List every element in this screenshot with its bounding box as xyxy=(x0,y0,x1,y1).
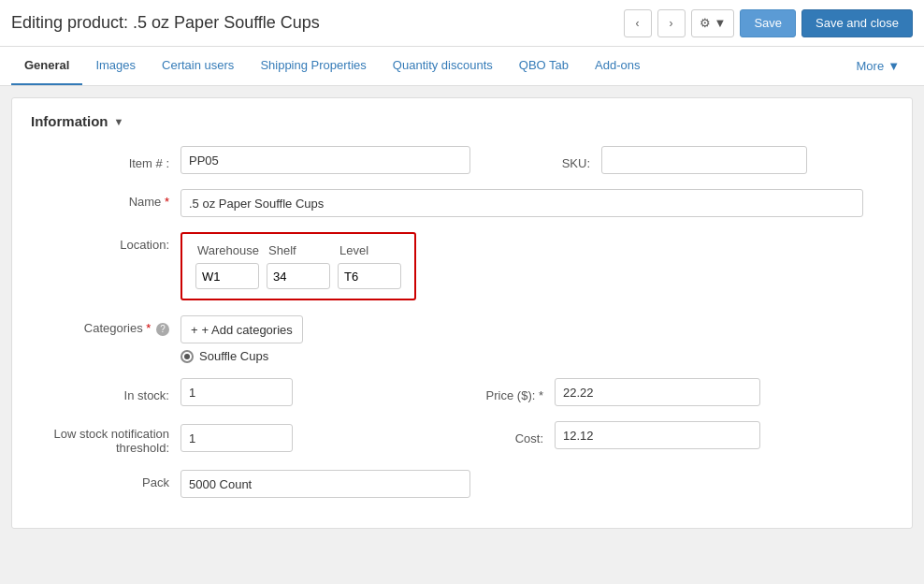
section-header: Information ▼ xyxy=(31,113,893,129)
categories-help-icon[interactable]: ? xyxy=(156,323,169,336)
categories-content: + + Add categories Souffle Cups xyxy=(180,315,303,363)
gear-menu-button[interactable]: ⚙ ▼ xyxy=(691,9,735,37)
in-stock-input[interactable] xyxy=(180,378,293,406)
in-stock-label: In stock: xyxy=(31,383,180,402)
tab-add-ons[interactable]: Add-ons xyxy=(582,47,653,85)
tab-shipping-properties[interactable]: Shipping Properties xyxy=(247,47,379,85)
categories-row: Categories * ? + + Add categories Souffl… xyxy=(31,315,893,363)
level-input[interactable] xyxy=(338,263,401,289)
gear-icon: ⚙ xyxy=(700,16,711,30)
next-button[interactable]: › xyxy=(657,9,686,37)
more-caret-icon: ▼ xyxy=(888,59,900,73)
save-close-button[interactable]: Save and close xyxy=(801,9,913,37)
header: Editing product: .5 oz Paper Souffle Cup… xyxy=(0,0,924,47)
cost-label: Cost: xyxy=(461,426,555,445)
more-dropdown[interactable]: More ▼ xyxy=(844,47,914,85)
price-label: Price ($): * xyxy=(461,383,555,402)
name-label: Name * xyxy=(31,189,180,209)
price-input[interactable] xyxy=(555,378,760,406)
pack-row: Pack xyxy=(31,470,893,498)
page-title: Editing product: .5 oz Paper Souffle Cup… xyxy=(11,13,320,33)
section-toggle-icon[interactable]: ▼ xyxy=(114,116,124,127)
category-radio[interactable] xyxy=(180,350,194,363)
level-header: Level xyxy=(338,243,401,257)
gear-caret-icon: ▼ xyxy=(715,16,727,30)
location-row: Location: Warehouse Shelf Level xyxy=(31,232,893,300)
more-label: More xyxy=(857,59,885,73)
location-box: Warehouse Shelf Level xyxy=(180,232,416,300)
shelf-header: Shelf xyxy=(267,243,330,257)
name-row: Name * xyxy=(31,189,893,217)
main-content: Information ▼ Item # : SKU: Name * Locat… xyxy=(11,97,913,529)
radio-inner xyxy=(184,354,190,359)
add-categories-button[interactable]: + + Add categories xyxy=(180,315,303,343)
sku-input[interactable] xyxy=(601,146,807,174)
tabs-bar: General Images Certain users Shipping Pr… xyxy=(0,47,924,86)
stock-price-row: In stock: Price ($): * xyxy=(31,378,893,406)
category-item: Souffle Cups xyxy=(180,349,303,363)
cost-input[interactable] xyxy=(555,421,760,449)
name-input[interactable] xyxy=(180,189,863,217)
location-label: Location: xyxy=(31,232,180,252)
pack-input[interactable] xyxy=(180,470,470,498)
low-stock-input[interactable] xyxy=(180,424,293,452)
low-stock-label: Low stock notification threshold: xyxy=(31,421,180,455)
prev-button[interactable]: ‹ xyxy=(624,9,652,37)
location-headers: Warehouse Shelf Level xyxy=(195,243,401,257)
category-name: Souffle Cups xyxy=(199,349,268,363)
sku-label: SKU: xyxy=(545,151,601,170)
categories-label: Categories * ? xyxy=(31,315,180,336)
tab-certain-users[interactable]: Certain users xyxy=(149,47,247,85)
tab-qbo-tab[interactable]: QBO Tab xyxy=(506,47,582,85)
item-number-input[interactable] xyxy=(180,146,470,174)
tab-general[interactable]: General xyxy=(11,47,82,85)
save-button[interactable]: Save xyxy=(740,9,796,37)
item-sku-row: Item # : SKU: xyxy=(31,146,893,174)
plus-icon: + xyxy=(191,323,198,337)
header-actions: ‹ › ⚙ ▼ Save Save and close xyxy=(624,9,913,37)
pack-label: Pack xyxy=(31,470,180,489)
low-stock-cost-row: Low stock notification threshold: Cost: xyxy=(31,421,893,455)
warehouse-input[interactable] xyxy=(195,263,259,289)
warehouse-header: Warehouse xyxy=(195,243,259,257)
shelf-input[interactable] xyxy=(267,263,330,289)
tab-images[interactable]: Images xyxy=(82,47,149,85)
location-inputs xyxy=(195,263,401,289)
item-number-label: Item # : xyxy=(31,151,180,170)
section-title: Information xyxy=(31,113,108,129)
tab-quantity-discounts[interactable]: Quantity discounts xyxy=(380,47,506,85)
